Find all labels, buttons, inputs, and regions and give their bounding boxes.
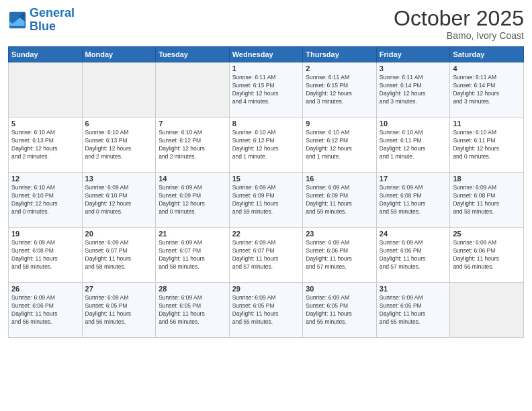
- calendar-cell: 14Sunrise: 6:09 AMSunset: 6:09 PMDayligh…: [156, 173, 230, 228]
- day-number: 25: [453, 230, 521, 238]
- day-info: Sunrise: 6:11 AMSunset: 6:15 PMDaylight:…: [306, 74, 373, 106]
- day-number: 13: [85, 175, 153, 183]
- calendar-cell: 31Sunrise: 6:09 AMSunset: 6:05 PMDayligh…: [376, 283, 450, 338]
- day-number: 14: [159, 175, 226, 183]
- calendar-cell: 6Sunrise: 6:10 AMSunset: 6:13 PMDaylight…: [82, 118, 156, 173]
- weekday-header-monday: Monday: [82, 47, 156, 62]
- day-number: 7: [159, 120, 226, 128]
- calendar-cell: 1Sunrise: 6:11 AMSunset: 6:15 PMDaylight…: [229, 62, 303, 118]
- calendar-cell: [156, 62, 230, 118]
- day-number: 15: [232, 175, 300, 183]
- day-info: Sunrise: 6:09 AMSunset: 6:10 PMDaylight:…: [85, 184, 153, 216]
- day-number: 26: [11, 285, 79, 293]
- calendar-cell: 29Sunrise: 6:09 AMSunset: 6:05 PMDayligh…: [229, 283, 303, 338]
- day-number: 9: [306, 120, 373, 128]
- day-number: 29: [232, 285, 300, 293]
- logo-line2: Blue: [30, 19, 56, 33]
- calendar-cell: 3Sunrise: 6:11 AMSunset: 6:14 PMDaylight…: [376, 62, 450, 118]
- day-number: 4: [453, 64, 521, 73]
- day-number: 11: [453, 120, 521, 128]
- weekday-header-sunday: Sunday: [9, 47, 83, 62]
- week-row-2: 5Sunrise: 6:10 AMSunset: 6:13 PMDaylight…: [9, 118, 524, 173]
- calendar-cell: 16Sunrise: 6:09 AMSunset: 6:09 PMDayligh…: [303, 173, 377, 228]
- day-info: Sunrise: 6:09 AMSunset: 6:05 PMDaylight:…: [306, 294, 373, 326]
- logo-line1: General: [30, 6, 75, 19]
- day-number: 2: [306, 64, 373, 73]
- calendar-cell: 28Sunrise: 6:09 AMSunset: 6:05 PMDayligh…: [156, 283, 230, 338]
- weekday-header-thursday: Thursday: [303, 47, 377, 62]
- day-info: Sunrise: 6:09 AMSunset: 6:07 PMDaylight:…: [232, 239, 300, 271]
- day-number: 18: [453, 175, 521, 183]
- day-info: Sunrise: 6:11 AMSunset: 6:14 PMDaylight:…: [380, 74, 447, 106]
- day-info: Sunrise: 6:09 AMSunset: 6:05 PMDaylight:…: [380, 294, 447, 326]
- logo-text: General Blue: [30, 7, 75, 34]
- calendar-cell: 15Sunrise: 6:09 AMSunset: 6:09 PMDayligh…: [229, 173, 303, 228]
- day-info: Sunrise: 6:11 AMSunset: 6:15 PMDaylight:…: [232, 74, 300, 106]
- day-number: 31: [380, 285, 447, 293]
- day-info: Sunrise: 6:10 AMSunset: 6:13 PMDaylight:…: [11, 129, 79, 161]
- day-number: 24: [380, 230, 447, 238]
- day-number: 1: [232, 64, 300, 73]
- day-number: 28: [159, 285, 226, 293]
- day-info: Sunrise: 6:10 AMSunset: 6:11 PMDaylight:…: [453, 129, 521, 161]
- logo: General Blue: [8, 7, 75, 34]
- day-number: 20: [85, 230, 153, 238]
- calendar-cell: 27Sunrise: 6:09 AMSunset: 6:05 PMDayligh…: [82, 283, 156, 338]
- calendar-cell: 17Sunrise: 6:09 AMSunset: 6:08 PMDayligh…: [376, 173, 450, 228]
- weekday-header-saturday: Saturday: [450, 47, 524, 62]
- day-number: 19: [11, 230, 79, 238]
- calendar-cell: 26Sunrise: 6:09 AMSunset: 6:06 PMDayligh…: [9, 283, 83, 338]
- calendar-cell: 19Sunrise: 6:09 AMSunset: 6:08 PMDayligh…: [9, 228, 83, 283]
- calendar-cell: 30Sunrise: 6:09 AMSunset: 6:05 PMDayligh…: [303, 283, 377, 338]
- day-info: Sunrise: 6:10 AMSunset: 6:12 PMDaylight:…: [232, 129, 300, 161]
- calendar-cell: 23Sunrise: 6:09 AMSunset: 6:06 PMDayligh…: [303, 228, 377, 283]
- day-number: 10: [380, 120, 447, 128]
- day-info: Sunrise: 6:09 AMSunset: 6:06 PMDaylight:…: [306, 239, 373, 271]
- calendar-cell: 10Sunrise: 6:10 AMSunset: 6:11 PMDayligh…: [376, 118, 450, 173]
- day-number: 3: [380, 64, 447, 73]
- day-number: 5: [11, 120, 79, 128]
- week-row-4: 19Sunrise: 6:09 AMSunset: 6:08 PMDayligh…: [9, 228, 524, 283]
- day-info: Sunrise: 6:09 AMSunset: 6:09 PMDaylight:…: [159, 184, 226, 216]
- calendar-cell: [9, 62, 83, 118]
- day-info: Sunrise: 6:10 AMSunset: 6:11 PMDaylight:…: [380, 129, 447, 161]
- day-info: Sunrise: 6:09 AMSunset: 6:05 PMDaylight:…: [85, 294, 153, 326]
- calendar-cell: [450, 283, 524, 338]
- title-block: October 2025 Bamo, Ivory Coast: [394, 7, 524, 41]
- day-info: Sunrise: 6:09 AMSunset: 6:06 PMDaylight:…: [380, 239, 447, 271]
- weekday-header-wednesday: Wednesday: [229, 47, 303, 62]
- calendar-cell: 25Sunrise: 6:09 AMSunset: 6:06 PMDayligh…: [450, 228, 524, 283]
- weekday-header-tuesday: Tuesday: [156, 47, 230, 62]
- day-number: 6: [85, 120, 153, 128]
- day-number: 12: [11, 175, 79, 183]
- day-info: Sunrise: 6:09 AMSunset: 6:06 PMDaylight:…: [453, 239, 521, 271]
- day-number: 22: [232, 230, 300, 238]
- day-info: Sunrise: 6:10 AMSunset: 6:13 PMDaylight:…: [85, 129, 153, 161]
- day-info: Sunrise: 6:09 AMSunset: 6:08 PMDaylight:…: [453, 184, 521, 216]
- calendar-page: General Blue October 2025 Bamo, Ivory Co…: [0, 0, 532, 411]
- day-number: 17: [380, 175, 447, 183]
- calendar-cell: 12Sunrise: 6:10 AMSunset: 6:10 PMDayligh…: [9, 173, 83, 228]
- day-number: 16: [306, 175, 373, 183]
- day-info: Sunrise: 6:11 AMSunset: 6:14 PMDaylight:…: [453, 74, 521, 106]
- week-row-3: 12Sunrise: 6:10 AMSunset: 6:10 PMDayligh…: [9, 173, 524, 228]
- day-number: 27: [85, 285, 153, 293]
- calendar-cell: 7Sunrise: 6:10 AMSunset: 6:12 PMDaylight…: [156, 118, 230, 173]
- day-number: 21: [159, 230, 226, 238]
- calendar-cell: 5Sunrise: 6:10 AMSunset: 6:13 PMDaylight…: [9, 118, 83, 173]
- calendar-cell: [82, 62, 156, 118]
- day-info: Sunrise: 6:09 AMSunset: 6:09 PMDaylight:…: [306, 184, 373, 216]
- calendar-cell: 24Sunrise: 6:09 AMSunset: 6:06 PMDayligh…: [376, 228, 450, 283]
- calendar-cell: 18Sunrise: 6:09 AMSunset: 6:08 PMDayligh…: [450, 173, 524, 228]
- calendar-cell: 11Sunrise: 6:10 AMSunset: 6:11 PMDayligh…: [450, 118, 524, 173]
- calendar-cell: 8Sunrise: 6:10 AMSunset: 6:12 PMDaylight…: [229, 118, 303, 173]
- day-info: Sunrise: 6:09 AMSunset: 6:05 PMDaylight:…: [159, 294, 226, 326]
- day-info: Sunrise: 6:10 AMSunset: 6:12 PMDaylight:…: [306, 129, 373, 161]
- week-row-5: 26Sunrise: 6:09 AMSunset: 6:06 PMDayligh…: [9, 283, 524, 338]
- day-info: Sunrise: 6:09 AMSunset: 6:05 PMDaylight:…: [232, 294, 300, 326]
- calendar-cell: 21Sunrise: 6:09 AMSunset: 6:07 PMDayligh…: [156, 228, 230, 283]
- day-info: Sunrise: 6:10 AMSunset: 6:10 PMDaylight:…: [11, 184, 79, 216]
- day-info: Sunrise: 6:10 AMSunset: 6:12 PMDaylight:…: [159, 129, 226, 161]
- week-row-1: 1Sunrise: 6:11 AMSunset: 6:15 PMDaylight…: [9, 62, 524, 118]
- calendar-cell: 13Sunrise: 6:09 AMSunset: 6:10 PMDayligh…: [82, 173, 156, 228]
